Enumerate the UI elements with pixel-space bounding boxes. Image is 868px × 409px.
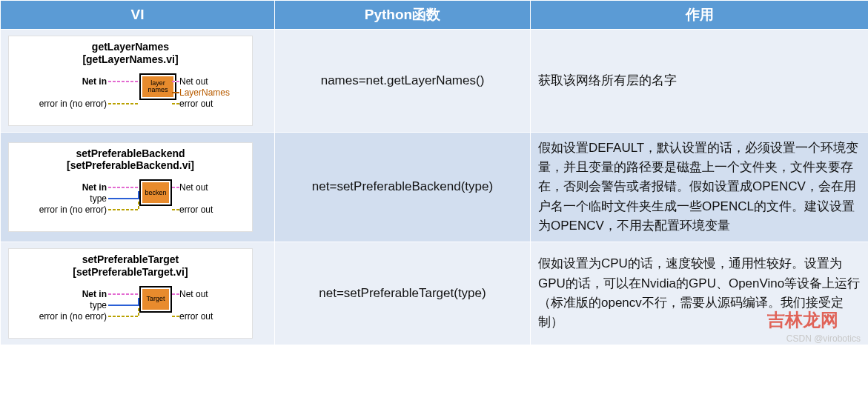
description: 获取该网络所有层的名字	[538, 71, 677, 90]
table-row: getLayerNames [getLayerNames.vi] Net in …	[1, 30, 869, 133]
python-code: names=net.getLayerNames()	[321, 73, 485, 88]
terminal-net-out: Net out	[179, 289, 208, 299]
header-vi: VI	[1, 1, 275, 30]
vi-diagram: getLayerNames [getLayerNames.vi] Net in …	[8, 36, 253, 126]
terminal-error-in: error in (no error)	[18, 311, 107, 322]
vi-subtitle: [getLayerNames.vi]	[82, 53, 178, 65]
python-code: net=setPreferableBackend(type)	[312, 179, 493, 194]
terminal-error-out: error out	[179, 99, 213, 109]
table-row: setPreferableBackend [setPreferableBacke…	[1, 132, 869, 242]
function-table: VI Python函数 作用 getLayerNames [getLayerNa…	[0, 0, 868, 345]
header-desc: 作用	[531, 1, 869, 30]
terminal-net-in: Net in	[18, 182, 107, 193]
terminal-net-out: Net out	[179, 76, 208, 87]
header-python: Python函数	[275, 1, 531, 30]
vi-title: setPreferableTarget	[82, 253, 179, 265]
vi-title: getLayerNames	[92, 41, 169, 53]
terminal-type: type	[18, 193, 107, 204]
attribution: CSDN @virobotics	[786, 333, 861, 344]
vi-diagram: setPreferableTarget [setPreferableTarget…	[8, 248, 253, 339]
vi-chip: layer names	[139, 73, 176, 100]
terminal-error-in: error in (no error)	[18, 99, 107, 109]
terminal-error-out: error out	[179, 311, 213, 322]
terminal-net-out: Net out	[179, 182, 208, 193]
vi-subtitle: [setPreferableBackend.vi]	[67, 159, 194, 171]
vi-chip: becken	[139, 179, 172, 206]
vi-chip: Target	[139, 286, 172, 313]
terminal-extra-out: LayerNames	[179, 87, 230, 98]
table-row: setPreferableTarget [setPreferableTarget…	[1, 242, 869, 345]
terminal-error-in: error in (no error)	[18, 204, 107, 215]
terminal-net-in: Net in	[18, 76, 107, 87]
terminal-error-out: error out	[179, 204, 213, 215]
description: 假如设置DEFAULT，默认设置的话，必须设置一个环境变量，并且变量的路径要是磁…	[538, 139, 861, 236]
terminal-net-in: Net in	[18, 289, 107, 299]
python-code: net=setPreferableTarget(type)	[319, 286, 486, 301]
description: 假如设置为CPU的话，速度较慢，通用性较好。设置为GPU的话，可以在Nvidia…	[538, 254, 861, 332]
vi-subtitle: [setPreferableTarget.vi]	[73, 266, 188, 278]
terminal-type: type	[18, 300, 107, 310]
vi-diagram: setPreferableBackend [setPreferableBacke…	[8, 142, 253, 233]
vi-title: setPreferableBackend	[76, 147, 185, 159]
